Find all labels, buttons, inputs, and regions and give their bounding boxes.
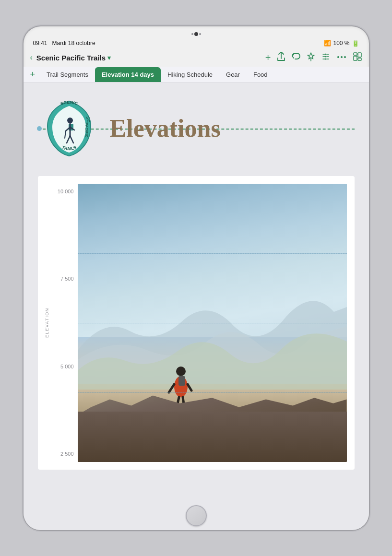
- y-label-5000: 5 000: [51, 364, 78, 369]
- undo-button[interactable]: [291, 52, 301, 63]
- svg-rect-14: [358, 53, 361, 57]
- svg-point-9: [337, 56, 339, 58]
- battery-icon: 🔋: [352, 40, 359, 47]
- time-display: 09:41: [33, 40, 48, 47]
- home-button-area: [24, 501, 369, 530]
- cliff-base: [78, 412, 347, 461]
- svg-point-10: [341, 56, 343, 58]
- page-header: SCENIC SCENIC PACIFIC TRAILS: [38, 93, 355, 165]
- nav-bar: ‹ Scenic Pacific Trails ▾ +: [24, 49, 369, 67]
- pin-button[interactable]: [307, 52, 315, 64]
- title-text: Scenic Pacific Trails: [36, 54, 106, 62]
- battery-label: 100 %: [333, 40, 349, 47]
- y-label-7500: 7 500: [51, 276, 78, 282]
- y-label-10000: 10 000: [51, 189, 78, 194]
- document-title: Scenic Pacific Trails ▾: [36, 54, 111, 62]
- chart-photo-area[interactable]: [78, 184, 347, 462]
- svg-point-29: [176, 367, 186, 376]
- add-sheet-button[interactable]: +: [25, 67, 40, 83]
- logo: SCENIC SCENIC PACIFIC TRAILS: [38, 97, 100, 160]
- status-bar: 09:41 Mardi 18 octobre 📶 100 % 🔋: [24, 26, 369, 49]
- svg-line-30: [169, 384, 174, 392]
- date-display: Mardi 18 octobre: [52, 40, 95, 47]
- svg-rect-15: [358, 58, 361, 60]
- format-button[interactable]: [321, 53, 331, 63]
- y-axis-label: ELEVATION: [43, 184, 51, 462]
- svg-rect-12: [354, 53, 357, 55]
- back-button[interactable]: ‹: [30, 53, 33, 62]
- page-title: Elevations: [110, 114, 221, 142]
- camera-dot: [194, 32, 198, 36]
- add-button[interactable]: +: [265, 52, 271, 63]
- tab-gear[interactable]: Gear: [219, 67, 247, 82]
- svg-text:PACIFIC: PACIFIC: [84, 122, 89, 138]
- title-chevron[interactable]: ▾: [107, 54, 111, 61]
- tab-trail-segments[interactable]: Trail Segments: [40, 67, 95, 82]
- wifi-icon: 📶: [324, 40, 331, 47]
- svg-point-11: [344, 56, 346, 58]
- svg-point-1: [325, 56, 326, 57]
- home-button[interactable]: [186, 505, 207, 526]
- svg-rect-32: [178, 376, 185, 386]
- svg-point-16: [67, 118, 73, 123]
- status-indicators: 📶 100 % 🔋: [324, 40, 359, 47]
- mid-mountains: [78, 313, 347, 390]
- svg-point-2: [325, 58, 326, 59]
- svg-point-0: [325, 53, 326, 55]
- share-button[interactable]: [277, 52, 285, 64]
- more-button[interactable]: [336, 53, 347, 62]
- tab-elevation-14-days[interactable]: Elevation 14 days: [95, 67, 161, 82]
- toolbar-actions: +: [265, 52, 362, 64]
- tab-bar: + Trail Segments Elevation 14 days Hikin…: [24, 67, 369, 83]
- tab-food[interactable]: Food: [247, 67, 274, 82]
- tab-hiking-schedule[interactable]: Hiking Schedule: [161, 67, 219, 82]
- status-time: 09:41 Mardi 18 octobre: [33, 40, 95, 47]
- svg-rect-13: [354, 56, 357, 60]
- mountain-photo: [78, 184, 347, 462]
- sheets-button[interactable]: [353, 52, 362, 64]
- ipad-device: 09:41 Mardi 18 octobre 📶 100 % 🔋 ‹ Sceni…: [24, 26, 369, 530]
- elevation-chart: ELEVATION 10 000 7 500 5 000 2 500: [38, 176, 355, 470]
- y-label-2500: 2 500: [51, 451, 78, 457]
- svg-line-31: [188, 384, 191, 390]
- main-content: SCENIC SCENIC PACIFIC TRAILS: [24, 83, 369, 501]
